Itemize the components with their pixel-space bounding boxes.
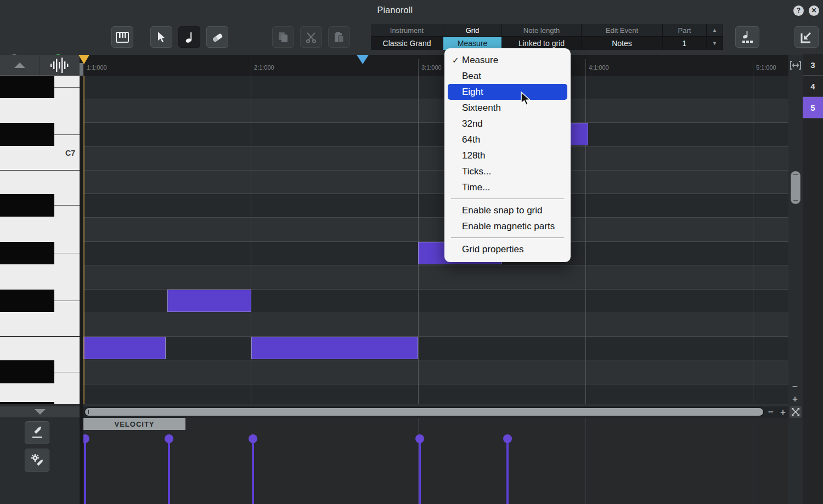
mouse-cursor-icon <box>519 91 531 106</box>
fit-width-icon <box>790 59 802 71</box>
part-tab-3[interactable]: 3 <box>803 54 823 76</box>
pencil-icon <box>30 426 44 440</box>
velocity-stem[interactable] <box>506 439 509 504</box>
scroll-up-button[interactable] <box>0 55 40 76</box>
fullscreen-button[interactable] <box>790 406 802 418</box>
edit-cursor-marker-icon[interactable] <box>357 55 369 64</box>
eraser-tool-button[interactable] <box>206 26 228 48</box>
midi-note-e6[interactable] <box>251 337 418 359</box>
gear-pencil-icon <box>30 453 45 468</box>
black-key[interactable] <box>0 123 54 146</box>
settings-header-edit-event: Edit Event <box>582 24 663 37</box>
horizontal-zoom-out-button[interactable]: − <box>768 407 774 418</box>
note-tool-button[interactable] <box>178 26 200 48</box>
part-up-button[interactable]: ▲ <box>707 24 723 37</box>
velocity-stem[interactable] <box>252 439 254 504</box>
menu-item-eight[interactable]: Eight <box>448 84 567 100</box>
help-button[interactable]: ? <box>793 5 804 16</box>
velocity-stem[interactable] <box>419 439 421 504</box>
keyboard-toggle-button[interactable] <box>111 26 133 48</box>
velocity-stem[interactable] <box>168 439 170 504</box>
note-icon <box>184 31 194 44</box>
menu-item-sixteenth[interactable]: Sixteenth <box>448 100 567 116</box>
triangle-up-icon <box>14 62 26 69</box>
piano-keyboard[interactable]: C7 <box>0 76 80 404</box>
select-tool-button[interactable] <box>150 26 172 48</box>
black-key[interactable] <box>0 194 54 217</box>
import-to-part-button[interactable] <box>794 26 819 48</box>
fit-width-button[interactable] <box>790 59 802 73</box>
menu-item-beat[interactable]: Beat <box>448 68 567 84</box>
menu-item-grid-properties[interactable]: Grid properties <box>448 241 567 257</box>
menu-item-label: 32nd <box>462 118 483 129</box>
waveform-view-button[interactable] <box>40 55 80 76</box>
white-key-edge-separator <box>54 205 80 206</box>
quantize-button[interactable] <box>735 26 759 48</box>
black-key[interactable] <box>0 242 54 264</box>
eraser-icon <box>211 32 224 43</box>
note-grid[interactable] <box>83 76 788 404</box>
velocity-dot[interactable] <box>165 434 173 443</box>
part-down-button[interactable]: ▼ <box>707 37 723 50</box>
velocity-dot[interactable] <box>503 434 512 443</box>
menu-item-label: Enable snap to grid <box>462 205 543 216</box>
scrollbar-grip <box>88 410 89 414</box>
menu-item-measure[interactable]: ✓Measure <box>448 52 567 68</box>
grid-row <box>83 360 788 384</box>
grid-row <box>83 265 788 289</box>
copy-button[interactable] <box>272 26 294 48</box>
settings-value-part[interactable]: 1 <box>663 37 707 50</box>
vertical-scrollbar[interactable] <box>791 171 801 204</box>
vertical-zoom-out-button[interactable]: − <box>792 382 798 393</box>
measure-line <box>418 76 419 404</box>
paste-button[interactable] <box>328 26 350 48</box>
menu-item-enable-magnetic-parts[interactable]: Enable magnetic parts <box>448 218 567 234</box>
white-key-edge-separator <box>54 301 80 301</box>
menu-item-ticks-[interactable]: Ticks... <box>448 163 567 179</box>
menu-item-128th[interactable]: 128th <box>448 148 567 163</box>
horizontal-scrollbar-thumb[interactable] <box>85 408 763 416</box>
horizontal-scrollbar-track[interactable] <box>84 407 764 416</box>
scroll-down-button[interactable] <box>0 406 80 417</box>
white-key-separator <box>0 170 80 171</box>
menu-item-label: Grid properties <box>462 244 523 255</box>
part-tab-4[interactable]: 4 <box>803 76 823 97</box>
settings-value-instrument[interactable]: Classic Grand <box>371 37 443 50</box>
part-tab-5[interactable]: 5 <box>803 97 823 118</box>
velocity-banner: VELOCITY <box>83 418 185 430</box>
velocity-draw-tool-button[interactable] <box>25 421 49 444</box>
ruler-measure-tick <box>418 59 419 76</box>
menu-item-32nd[interactable]: 32nd <box>448 116 567 132</box>
velocity-dot[interactable] <box>249 434 257 443</box>
timeline-ruler[interactable]: 1:1:0002:1:0003:1:0004:1:0005:1:000 <box>83 55 788 76</box>
import-corner-arrow-icon <box>799 30 814 44</box>
cut-button[interactable] <box>300 26 322 48</box>
menu-item-64th[interactable]: 64th <box>448 132 567 148</box>
midi-note-e6[interactable] <box>83 337 166 359</box>
quantize-icon <box>740 30 754 44</box>
playhead-marker-icon[interactable] <box>78 55 89 64</box>
vertical-zoom-in-button[interactable]: + <box>792 394 798 405</box>
settings-value-edit-event[interactable]: Notes <box>582 37 663 50</box>
menu-item-label: Enable magnetic parts <box>462 221 555 232</box>
black-key[interactable] <box>0 76 54 98</box>
menu-item-time-[interactable]: Time... <box>448 179 567 195</box>
horizontal-zoom-in-button[interactable]: + <box>780 407 786 418</box>
velocity-stem[interactable] <box>84 439 86 504</box>
velocity-lane[interactable]: VELOCITY <box>83 418 788 504</box>
velocity-dot[interactable] <box>83 434 89 443</box>
triangle-down-icon <box>34 409 46 415</box>
grid-row <box>83 194 788 217</box>
settings-header-instrument: Instrument <box>371 24 443 37</box>
black-key[interactable] <box>0 360 54 383</box>
waveform-icon <box>49 57 70 73</box>
velocity-dot[interactable] <box>415 434 424 443</box>
menu-item-enable-snap-to-grid[interactable]: Enable snap to grid <box>448 202 567 218</box>
window-title: Pianoroll <box>0 5 790 15</box>
playhead-line <box>83 76 84 404</box>
toolbar: Song Part <box>0 22 371 53</box>
velocity-settings-tool-button[interactable] <box>25 449 49 472</box>
black-key[interactable] <box>0 290 54 312</box>
close-button[interactable]: ✕ <box>809 5 819 16</box>
midi-note-f#6[interactable] <box>167 290 251 312</box>
